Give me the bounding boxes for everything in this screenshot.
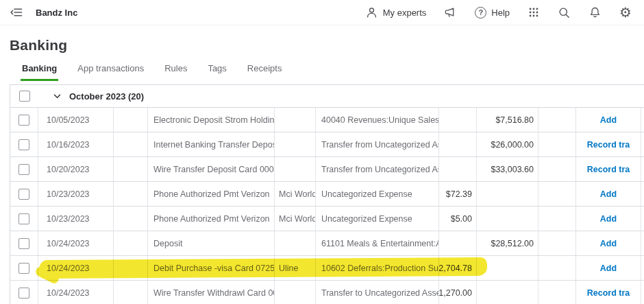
tab-app-transactions[interactable]: App transactions [76,59,145,81]
collapse-chevron-icon[interactable] [53,92,62,101]
row-checkbox[interactable] [18,213,29,224]
action-cell: Record tra [576,157,641,181]
description-cell: Internet Banking Transfer Deposit [148,132,275,156]
spent-amount-cell [439,132,477,156]
edge-strip [641,256,644,280]
help-icon: ? [475,7,486,19]
type-cell [114,281,148,304]
type-cell [114,231,148,255]
tab-banking[interactable]: Banking [21,59,58,81]
blank-cell [538,207,576,231]
blank-cell [538,231,576,255]
action-cell: Record tra [576,281,641,304]
table-row: 10/23/2023 Phone Authorized Pmt Verizon … [10,207,644,231]
row-checkbox[interactable] [18,238,29,249]
type-cell [114,182,148,206]
select-all-checkbox[interactable] [19,91,30,102]
category-cell: Transfer to Uncategorized Asset [316,281,439,304]
description-cell: Phone Authorized Pmt Verizon [148,182,275,206]
edge-strip [641,207,644,231]
row-checkbox-cell [10,256,38,280]
row-checkbox[interactable] [18,189,29,200]
received-amount-cell [477,207,538,231]
date-cell: 10/23/2023 [38,207,114,231]
blank-cell [538,108,576,132]
description-cell: Wire Transfer Deposit Card 0000w [148,157,275,181]
edge-strip [641,231,644,255]
row-action-link[interactable]: Add [600,214,617,224]
date-cell: 10/05/2023 [38,108,114,132]
nav-collapse-icon[interactable] [10,5,23,19]
person-icon [365,6,378,19]
apps-grid-icon[interactable] [528,6,540,19]
table-row: 10/24/2023 Wire Transfer Withdrawl Card … [10,281,644,304]
banking-transactions-table: October 2023 (20) 10/05/2023 Electronic … [10,84,644,304]
edge-strip [641,108,644,132]
row-checkbox[interactable] [18,288,29,299]
search-icon[interactable] [558,6,571,19]
edge-strip [641,182,644,206]
tab-rules[interactable]: Rules [163,59,188,81]
blank-cell [538,132,576,156]
received-amount-cell: $26,000.00 [477,132,538,156]
received-amount-cell: $7,516.80 [477,108,538,132]
row-action-link[interactable]: Add [600,264,617,273]
row-checkbox-cell [10,281,38,304]
description-cell: Deposit [148,231,275,255]
category-cell: Transfer from Uncategorized Ass [316,132,439,156]
payee-cell [275,231,316,255]
date-cell: 10/24/2023 [38,256,114,280]
table-row: 10/16/2023 Internet Banking Transfer Dep… [10,132,644,157]
received-amount-cell [477,182,538,206]
payee-cell: Uline [275,256,316,280]
action-cell: Add [576,231,641,255]
payee-cell [275,157,316,181]
received-amount-cell [477,256,538,280]
notifications-bell-icon[interactable] [589,6,602,19]
row-action-link[interactable]: Add [600,189,617,199]
help-button[interactable]: ? Help [475,7,510,19]
description-cell: Debit Purchase -visa Card 0725uli [148,256,275,280]
description-cell: Wire Transfer Withdrawl Card 000 [148,281,275,304]
table-row: 10/23/2023 Phone Authorized Pmt Verizon … [10,182,644,207]
announcements-megaphone-icon[interactable] [444,6,457,19]
edge-strip [641,157,644,181]
row-action-link[interactable]: Add [600,239,617,248]
payee-cell [275,281,316,304]
row-action-link[interactable]: Record tra [587,140,630,150]
row-action-link[interactable]: Record tra [587,165,630,174]
blank-cell [538,157,576,181]
tab-bar: Banking App transactions Rules Tags Rece… [0,59,644,81]
row-checkbox-cell [10,108,38,132]
action-cell: Add [576,256,641,280]
payee-cell: Mci World [275,207,316,231]
blank-cell [538,182,576,206]
row-action-link[interactable]: Add [600,115,617,125]
blank-cell [538,281,576,304]
category-cell: 61101 Meals & Entertainment:Ac [316,231,439,255]
payee-cell: Mci World [275,182,316,206]
row-checkbox[interactable] [18,164,29,175]
row-action-link[interactable]: Record tra [587,288,630,298]
category-cell: Uncategorized Expense [316,207,439,231]
my-experts-button[interactable]: My experts [365,6,427,19]
action-cell: Record tra [576,132,641,156]
tab-tags[interactable]: Tags [206,59,227,81]
type-cell [114,256,148,280]
category-cell: 10602 Deferrals:Production Sup [316,256,439,280]
tab-receipts[interactable]: Receipts [246,59,284,81]
type-cell [114,157,148,181]
row-checkbox[interactable] [18,263,29,274]
row-checkbox[interactable] [18,139,29,150]
row-checkbox[interactable] [18,115,29,126]
group-label: October 2023 (20) [69,91,144,102]
date-cell: 10/24/2023 [38,281,114,304]
date-cell: 10/16/2023 [38,132,114,156]
transaction-rows: 10/05/2023 Electronic Deposit Strom Hold… [10,108,644,304]
row-checkbox-cell [10,231,38,255]
settings-gear-icon[interactable]: ⚙ [619,5,632,19]
group-header-row: October 2023 (20) [10,85,644,108]
spent-amount-cell [439,108,477,132]
received-amount-cell [477,281,538,304]
date-cell: 10/20/2023 [38,157,114,181]
